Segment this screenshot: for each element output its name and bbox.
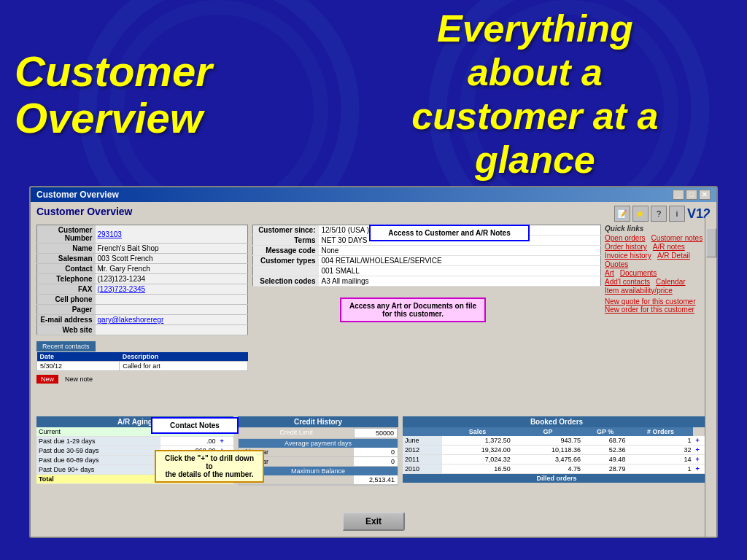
- contact-notes-area: Recent contacts Date Description 5/30/12…: [36, 338, 248, 384]
- 2012-sales: 19,324.00: [442, 446, 512, 455]
- june-plus[interactable]: +: [695, 437, 699, 444]
- ql-row: Quotes: [605, 260, 711, 268]
- co-title: Customer Overview: [36, 206, 133, 217]
- date-header: Date: [37, 352, 120, 362]
- ar-detail-link[interactable]: A/R Detail: [657, 252, 690, 260]
- maximize-button[interactable]: □: [686, 190, 697, 200]
- recent-contacts-button[interactable]: Recent contacts: [36, 341, 96, 351]
- fax-label: FAX: [37, 284, 96, 295]
- ar-1-29-plus[interactable]: +: [220, 438, 223, 445]
- customer-types-value2: 001 SMALL: [319, 266, 601, 276]
- 2010-plus[interactable]: +: [695, 465, 699, 472]
- documents-link[interactable]: Documents: [620, 269, 657, 277]
- scrollbar[interactable]: [705, 217, 716, 537]
- right-panel: Customer since: 12/5/10 (USA ) Terms NET…: [252, 225, 711, 385]
- table-row: June 1,372.50 943.75 68.76 1 +: [403, 436, 711, 446]
- ql-row: Open orders Customer notes: [605, 234, 711, 242]
- 2011-gp-pct: 49.48: [583, 455, 627, 464]
- amount-value: 2,513.41: [354, 475, 398, 484]
- message-code-label: Message code: [253, 246, 319, 256]
- table-row: Message code None: [253, 246, 601, 256]
- table-row: 5/30/12 Called for art: [37, 362, 248, 371]
- fax-value[interactable]: (123)723-2345: [96, 284, 248, 295]
- table-row: E-mail address gary@lakeshoreregr: [37, 315, 248, 325]
- table-row: Salesman 003 Scott French: [37, 254, 248, 264]
- title-right-line1: Everything: [437, 7, 633, 50]
- new-order-link[interactable]: New order for this customer: [605, 306, 694, 314]
- contact-value: Mr. Gary French: [96, 264, 248, 274]
- new-quote-link[interactable]: New quote for this customer: [605, 298, 696, 306]
- access-art-text: Access any Art or Documents on filefor t…: [349, 302, 476, 318]
- 2012-orders: 32: [627, 446, 693, 455]
- notes-icon[interactable]: 📝: [614, 206, 630, 222]
- ql-row: Item availability/price: [605, 287, 711, 295]
- cellphone-label: Cell phone: [37, 295, 96, 305]
- art-link[interactable]: Art: [605, 269, 614, 277]
- quotes-link[interactable]: Quotes: [605, 260, 628, 268]
- open-orders-link[interactable]: Open orders: [605, 234, 646, 242]
- dilled-orders-title: Dilled orders: [403, 474, 711, 483]
- june-orders: 1: [627, 436, 693, 446]
- credit-history-title: Credit History: [238, 416, 398, 427]
- title-right-line2: about a: [468, 51, 603, 93]
- table-header-row: Date Description: [37, 352, 248, 362]
- desc-header: Description: [120, 352, 248, 362]
- email-label: E-mail address: [37, 315, 96, 325]
- ar-notes-link[interactable]: A/R notes: [653, 243, 685, 251]
- selection-codes-label: Selection codes: [253, 276, 319, 287]
- minimize-button[interactable]: _: [673, 190, 684, 200]
- customer-since-label: Customer since:: [253, 225, 319, 236]
- customer-number-value[interactable]: 293103: [96, 225, 248, 244]
- scrollbar-thumb[interactable]: [706, 228, 716, 257]
- item-availability-link[interactable]: Item availability/price: [605, 287, 673, 295]
- contact-date: 5/30/12: [37, 362, 120, 371]
- ar-30-59-label: Past due 30-59 days: [36, 446, 160, 456]
- 2010-period: 2010: [403, 464, 442, 474]
- info-icon[interactable]: i: [669, 206, 685, 222]
- exit-button[interactable]: Exit: [342, 512, 405, 531]
- 2011-plus[interactable]: +: [695, 456, 699, 463]
- table-row: FAX (123)723-2345: [37, 284, 248, 295]
- addl-contacts-link[interactable]: Add'l contacts: [605, 278, 650, 286]
- co-header: Customer Overview 📝 ★ ? i V12: [36, 206, 711, 222]
- contact-desc: Called for art: [120, 362, 248, 371]
- window-content: Customer Overview 📝 ★ ? i V12 Customer N…: [31, 202, 716, 537]
- window-controls: _ □ ✕: [673, 190, 711, 200]
- help-icon[interactable]: ?: [651, 206, 667, 222]
- telephone-value: (123)123-1234: [96, 274, 248, 284]
- customer-notes-link[interactable]: Customer notes: [651, 234, 703, 242]
- customer-types-value: 004 RETAIL/WHOLESALE/SERVICE: [319, 256, 601, 266]
- table-row: Customer types 004 RETAIL/WHOLESALE/SERV…: [253, 256, 601, 266]
- table-row: 2010 16.50 4.75 28.79 1 +: [403, 464, 711, 474]
- close-button[interactable]: ✕: [699, 190, 711, 200]
- booked-orders-table: Sales GP GP % # Orders June 1,372.50 943…: [403, 427, 711, 474]
- order-history-link[interactable]: Order history: [605, 243, 647, 251]
- title-right-line3: customer at a: [411, 95, 658, 137]
- customer-number-label: Customer Number: [37, 225, 96, 244]
- 2012-plus[interactable]: +: [695, 446, 699, 454]
- new-note-button[interactable]: New: [36, 375, 58, 384]
- avg-payment-label: Average payment days: [239, 439, 398, 448]
- name-label: Name: [37, 244, 96, 254]
- contacts-table: Date Description 5/30/12 Called for art: [36, 352, 248, 371]
- left-panel: Customer Number 293103 Name French's Bai…: [36, 225, 248, 385]
- ar-90-label: Past Due 90+ days: [36, 465, 160, 475]
- calendar-link[interactable]: Calendar: [656, 278, 686, 286]
- table-header-row: Sales GP GP % # Orders: [403, 427, 711, 436]
- ar-1-29-label: Past due 1-29 days: [36, 437, 160, 446]
- invoice-history-link[interactable]: Invoice history: [605, 252, 651, 260]
- access-notes-text: Access to Customer and A/R Notes: [388, 229, 510, 237]
- table-row: 2011 7,024.32 3,475.66 49.48 14 +: [403, 455, 711, 464]
- titlebar: Customer Overview _ □ ✕: [31, 187, 716, 202]
- contact-label: Contact: [37, 264, 96, 274]
- 2012-period: 2012: [403, 446, 442, 455]
- ar-current-label: Current: [36, 427, 160, 437]
- star-icon[interactable]: ★: [632, 206, 649, 222]
- june-period: June: [403, 436, 442, 446]
- 2012-gp: 10,118.36: [513, 446, 583, 455]
- ar-total-label: Total: [36, 475, 160, 484]
- 2011-orders: 14: [627, 455, 693, 464]
- email-value[interactable]: gary@lakeshoreregr: [96, 315, 248, 325]
- ql-row: Add'l contacts Calendar: [605, 278, 711, 286]
- pager-value: [96, 305, 248, 315]
